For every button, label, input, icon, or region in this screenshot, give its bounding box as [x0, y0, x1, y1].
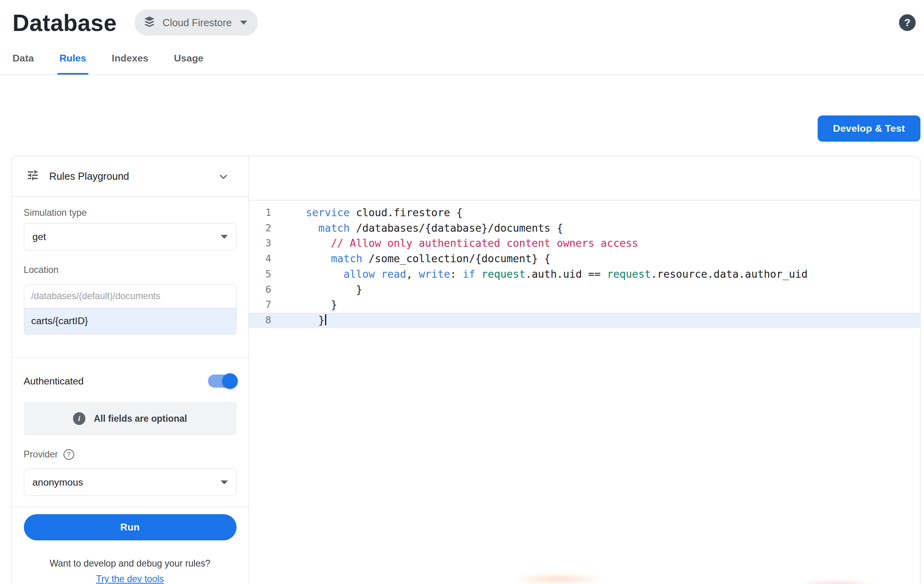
code-text: match /some_collection/{document} { [275, 251, 920, 267]
code-text: } [275, 282, 920, 298]
page-title: Database [13, 10, 117, 36]
firestore-database-page: Database Cloud Firestore ? DataRulesInde… [0, 0, 924, 584]
code-text: } [275, 297, 920, 313]
tab-data[interactable]: Data [13, 42, 34, 75]
tab-indexes[interactable]: Indexes [112, 42, 148, 75]
simulation-section: Simulation type get Location carts/{cart… [12, 197, 248, 357]
code-line[interactable]: 8 } [249, 313, 920, 328]
run-button[interactable]: Run [24, 514, 237, 540]
run-section: Run Want to develop and debug your rules… [12, 507, 248, 584]
authenticated-row: Authenticated [24, 373, 237, 390]
chevron-down-icon [221, 480, 228, 484]
line-number: 4 [249, 251, 275, 267]
tab-rules[interactable]: Rules [60, 42, 86, 75]
line-number: 8 [249, 313, 275, 328]
line-number: 3 [249, 236, 275, 251]
chevron-down-icon [240, 21, 247, 25]
provider-select[interactable]: anonymous [24, 469, 237, 496]
info-icon: i [73, 412, 86, 425]
code-line[interactable]: 4 match /some_collection/{document} { [249, 251, 920, 267]
database-selector-chip[interactable]: Cloud Firestore [135, 10, 258, 36]
code-text: // Allow only authenticated content owne… [275, 236, 920, 251]
auth-section: Authenticated i All fields are optional … [12, 357, 248, 507]
code-text: match /databases/{database}/documents { [275, 221, 920, 236]
rules-code-editor[interactable]: 1service cloud.firestore {2 match /datab… [249, 156, 920, 584]
tune-icon [26, 169, 39, 184]
provider-label: Provider [24, 449, 58, 460]
help-circle-icon[interactable]: ? [64, 449, 74, 460]
location-label: Location [24, 265, 237, 275]
simulation-type-value: get [33, 231, 46, 242]
code-line[interactable]: 6 } [249, 282, 920, 298]
rules-panel: Rules Playground Simulation type get Loc… [12, 156, 921, 584]
line-number: 5 [249, 267, 275, 282]
authenticated-toggle[interactable] [208, 375, 237, 388]
code-text: allow read, write: if request.auth.uid =… [275, 267, 920, 282]
provider-row: Provider ? [24, 449, 237, 460]
code-text: } [275, 313, 920, 328]
simulation-type-label: Simulation type [24, 207, 237, 218]
text-cursor [325, 314, 326, 326]
chip-label: Cloud Firestore [163, 17, 232, 29]
toggle-knob [222, 373, 238, 389]
provider-value: anonymous [33, 477, 83, 488]
line-number: 1 [249, 205, 275, 221]
firestore-icon [143, 15, 156, 31]
chevron-down-icon [221, 235, 228, 239]
chevron-down-icon [216, 169, 231, 184]
playground-title: Rules Playground [49, 171, 129, 182]
code-text: service cloud.firestore { [275, 205, 920, 221]
rules-playground-header[interactable]: Rules Playground [12, 156, 248, 197]
tab-bar: DataRulesIndexesUsage [0, 42, 924, 75]
code-line[interactable]: 1service cloud.firestore { [249, 205, 920, 221]
help-button[interactable]: ? [899, 14, 916, 31]
line-number: 2 [249, 221, 275, 236]
line-number: 7 [249, 297, 275, 313]
location-value[interactable]: carts/{cartID} [24, 308, 237, 334]
code-lines[interactable]: 1service cloud.firestore {2 match /datab… [249, 200, 920, 584]
editor-toolbar [249, 156, 920, 200]
code-line[interactable]: 7 } [249, 297, 920, 313]
info-banner: i All fields are optional [24, 402, 237, 435]
location-input[interactable] [24, 284, 237, 308]
develop-test-button[interactable]: Develop & Test [818, 115, 920, 142]
code-line[interactable]: 2 match /databases/{database}/documents … [249, 221, 920, 236]
line-number: 6 [249, 282, 275, 298]
code-line[interactable]: 5 allow read, write: if request.auth.uid… [249, 267, 920, 282]
authenticated-label: Authenticated [24, 376, 84, 387]
question-mark-icon: ? [904, 17, 911, 29]
code-line[interactable]: 3 // Allow only authenticated content ow… [249, 236, 920, 251]
dev-tools-link[interactable]: Try the dev tools [24, 574, 237, 584]
simulation-type-select[interactable]: get [24, 223, 237, 250]
info-text: All fields are optional [94, 413, 187, 424]
actions-row: Develop & Test [0, 115, 920, 142]
rules-playground-panel: Rules Playground Simulation type get Loc… [12, 156, 249, 584]
dev-tools-prompt: Want to develop and debug your rules? [24, 558, 237, 569]
tab-usage[interactable]: Usage [174, 42, 203, 75]
page-header: Database Cloud Firestore ? [0, 0, 924, 42]
